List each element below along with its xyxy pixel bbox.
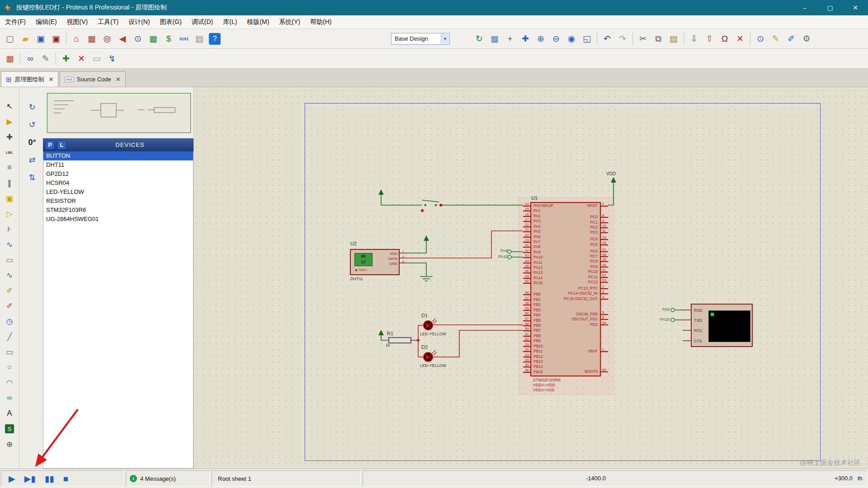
text-script-tool[interactable]: ≡: [3, 161, 16, 174]
electrical-check-icon[interactable]: ↯: [105, 52, 119, 66]
capture-mode-icon[interactable]: ▦: [3, 52, 17, 66]
wand-icon[interactable]: ✐: [784, 32, 798, 46]
close-button[interactable]: ✕: [843, 0, 868, 15]
menu-item[interactable]: 帮助(H): [305, 15, 336, 28]
menu-item[interactable]: 库(L): [218, 15, 242, 28]
false-origin-icon[interactable]: +: [503, 32, 517, 46]
design-notes-icon[interactable]: ▤: [193, 32, 206, 46]
settings-wrench-icon[interactable]: ⚙: [800, 32, 813, 46]
restore-button[interactable]: ▢: [817, 0, 843, 15]
design-link-icon[interactable]: ▭: [90, 52, 104, 66]
help-icon[interactable]: ?: [209, 33, 221, 45]
device-pins-tool[interactable]: ⊦: [3, 223, 16, 235]
minimize-button[interactable]: –: [792, 0, 817, 15]
device-list-item[interactable]: GP2D12: [43, 169, 193, 178]
annotate-icon[interactable]: ✎: [769, 32, 783, 46]
pcb-layout-icon[interactable]: ◎: [100, 32, 114, 46]
terminals-tool[interactable]: ▷: [3, 207, 16, 220]
virtual-instruments-tool[interactable]: ◷: [3, 315, 16, 328]
redraw-icon[interactable]: ↻: [472, 32, 486, 46]
buses-tool[interactable]: ∥: [3, 177, 16, 189]
tape-recorder-tool[interactable]: ▭: [3, 253, 16, 266]
2d-box-tool[interactable]: ▭: [3, 346, 16, 358]
electrical-rules-icon[interactable]: Ω: [718, 32, 731, 46]
design-selector[interactable]: Base Design ▼: [391, 33, 450, 45]
junction-dot-tool[interactable]: ✚: [3, 131, 16, 143]
add-sheet-icon[interactable]: ✚: [59, 52, 73, 66]
redo-icon[interactable]: ↷: [616, 32, 629, 46]
overview-minimap[interactable]: [47, 93, 191, 133]
paste-icon[interactable]: ▤: [667, 32, 680, 46]
2d-circle-tool[interactable]: ○: [3, 361, 16, 374]
generator-mode-tool[interactable]: ∿: [3, 269, 16, 282]
pan-icon[interactable]: ✚: [519, 32, 532, 46]
zoom-area-icon[interactable]: ◱: [580, 32, 594, 46]
wire-label-tool[interactable]: LBL: [3, 146, 16, 159]
graph-mode-tool[interactable]: ∿: [3, 238, 16, 251]
step-button[interactable]: ▶▮: [24, 474, 36, 483]
grid-toggle-icon[interactable]: ▦: [488, 32, 501, 46]
source-code-icon[interactable]: 0101: [177, 32, 191, 46]
play-button[interactable]: ▶: [9, 474, 15, 483]
find-part-icon[interactable]: ⊙: [131, 32, 145, 46]
open-project-icon[interactable]: ▰: [19, 32, 32, 46]
2d-arc-tool[interactable]: ◠: [3, 376, 16, 389]
voltage-probe-tool[interactable]: ✐: [3, 284, 16, 297]
schematic-capture-icon[interactable]: ▦: [85, 32, 99, 46]
menu-item[interactable]: 编辑(E): [31, 15, 62, 28]
search-tag-icon[interactable]: ⊙: [754, 32, 767, 46]
menu-item[interactable]: 工具(T): [93, 15, 123, 28]
rotate-cw-button[interactable]: ↻: [26, 101, 38, 113]
device-list-item[interactable]: HCSR04: [43, 178, 193, 188]
schematic-canvas[interactable]: U1 14PA0-WKUP15PA116PA217PA320PA421PA522…: [194, 87, 868, 469]
save-project-icon[interactable]: ▣: [34, 32, 47, 46]
menu-item[interactable]: 设计(N): [123, 15, 155, 28]
menu-item[interactable]: 视图(V): [62, 15, 93, 28]
device-list-item[interactable]: RESISTOR: [43, 197, 193, 206]
import-project-icon[interactable]: ▣: [49, 32, 63, 46]
pause-button[interactable]: ▮▮: [45, 474, 54, 483]
device-list-item[interactable]: DHT11: [43, 160, 193, 169]
messages-segment[interactable]: i 4 Message(s): [126, 470, 210, 487]
rotation-angle[interactable]: 0°: [26, 136, 38, 149]
zoom-in-icon[interactable]: ⊕: [534, 32, 547, 46]
subcircuit-tool[interactable]: ▣: [3, 192, 16, 205]
menu-item[interactable]: 文件(F): [0, 15, 31, 28]
cut-icon[interactable]: ✂: [636, 32, 650, 46]
mirror-horizontal-button[interactable]: ⇄: [26, 154, 38, 166]
component-mode-tool[interactable]: ▶: [3, 115, 16, 128]
device-list-item[interactable]: STM32F103R6: [43, 206, 193, 215]
current-probe-tool[interactable]: ✐: [3, 300, 16, 312]
library-button[interactable]: L: [57, 140, 66, 150]
menu-item[interactable]: 模版(M): [242, 15, 274, 28]
rotate-ccw-button[interactable]: ↺: [26, 118, 38, 131]
import-section-icon[interactable]: ⇩: [687, 32, 701, 46]
tab-source-code[interactable]: 0101 Source Code ✕: [60, 71, 125, 87]
netlist-icon[interactable]: ▦: [146, 32, 160, 46]
pick-devices-button[interactable]: P: [45, 140, 55, 150]
stop-button[interactable]: ■: [63, 474, 68, 483]
mirror-vertical-button[interactable]: ⇅: [26, 171, 38, 184]
undo-icon[interactable]: ↶: [600, 32, 614, 46]
export-section-icon[interactable]: ⇧: [703, 32, 716, 46]
2d-path-tool[interactable]: ∞: [3, 392, 16, 404]
device-list-item[interactable]: UG-2864HSWEG01: [43, 215, 193, 224]
delete-icon[interactable]: ✕: [733, 32, 747, 46]
close-icon[interactable]: ✕: [49, 76, 54, 83]
zoom-all-icon[interactable]: ◉: [565, 32, 578, 46]
2d-line-tool[interactable]: ╱: [3, 330, 16, 343]
new-project-icon[interactable]: ▢: [3, 32, 17, 46]
2d-symbol-tool[interactable]: S: [5, 424, 14, 433]
markers-tool[interactable]: ⊕: [3, 438, 16, 450]
home-page-icon[interactable]: ⌂: [70, 32, 83, 46]
menu-item[interactable]: 图表(G): [155, 15, 187, 28]
selection-pointer-tool[interactable]: ↖: [3, 100, 16, 113]
virtual-terminal-component[interactable]: RXD TXD RTS CTS: [691, 304, 753, 347]
chevron-down-icon[interactable]: ▼: [441, 34, 449, 44]
device-list-item[interactable]: BUTTON: [43, 151, 193, 160]
device-list-item[interactable]: LED-YELLOW: [43, 188, 193, 197]
2d-text-tool[interactable]: A: [3, 407, 16, 420]
dht11-component[interactable]: 80 27 %RH VDD DATA GND 1 2 4: [350, 249, 400, 275]
zoom-out-icon[interactable]: ⊖: [549, 32, 563, 46]
stm32-component[interactable]: U1 14PA0-WKUP15PA116PA217PA320PA421PA522…: [530, 202, 601, 376]
